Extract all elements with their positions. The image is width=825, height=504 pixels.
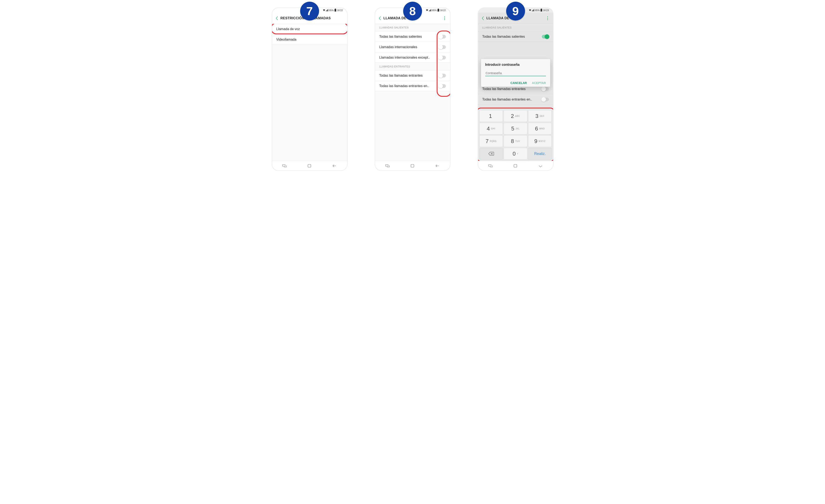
more-icon[interactable] <box>545 16 550 20</box>
video-call-row[interactable]: Videollamada <box>272 34 347 45</box>
row-label: Llamadas internacionales except.. <box>379 56 430 60</box>
key-7[interactable]: 7PQRS <box>479 135 503 147</box>
toggle-in-all[interactable] <box>439 74 446 77</box>
password-input[interactable] <box>485 70 546 76</box>
recents-icon[interactable] <box>282 163 287 168</box>
nav-bar <box>478 161 553 170</box>
signal-icon <box>326 9 328 11</box>
out-all-row[interactable]: Todas las llamadas salientes <box>478 31 553 42</box>
home-icon[interactable] <box>513 163 518 168</box>
row-label: Llamadas internacionales <box>379 45 417 49</box>
toggle-out-intl[interactable] <box>439 45 446 49</box>
key-5[interactable]: 5JKL <box>504 123 527 134</box>
key-9[interactable]: 9WXYZ <box>528 135 552 147</box>
in-roaming-row[interactable]: Todas las llamadas entrantes en.. <box>478 94 553 105</box>
nav-back-icon[interactable] <box>332 163 337 168</box>
row-label: Todas las llamadas salientes <box>482 35 525 39</box>
clock: 18:23 <box>543 9 549 11</box>
row-label: Llamada de voz <box>276 27 300 31</box>
battery-icon <box>334 9 336 11</box>
key-backspace[interactable] <box>479 148 503 159</box>
key-8[interactable]: 8TUV <box>504 135 527 147</box>
phone-step-8: 8 85% 18:22 LLAMADA DE VOZ LLAMADAS SALI… <box>375 8 450 171</box>
svg-rect-2 <box>514 164 517 167</box>
nav-bar <box>272 161 347 170</box>
svg-rect-1 <box>411 164 414 167</box>
password-dialog: Introducir contraseña CANCELAR ACEPTAR <box>481 59 550 87</box>
in-roaming-row[interactable]: Todas las llamadas entrantes en.. <box>375 81 450 91</box>
out-all-row[interactable]: Todas las llamadas salientes <box>375 31 450 42</box>
back-icon[interactable] <box>481 16 484 20</box>
key-4[interactable]: 4GHI <box>479 123 503 134</box>
battery-icon <box>438 9 439 11</box>
screen-body: LLAMADAS SALIENTES Todas las llamadas sa… <box>375 24 450 161</box>
wifi-icon <box>426 9 428 11</box>
wifi-icon <box>529 9 531 11</box>
battery-icon <box>540 9 542 11</box>
screen-body: LLAMADAS SALIENTES Todas las llamadas sa… <box>478 24 553 161</box>
section-outgoing: LLAMADAS SALIENTES <box>375 24 450 31</box>
key-1[interactable]: 1 <box>479 110 503 122</box>
row-label: Todas las llamadas entrantes en.. <box>482 97 532 101</box>
numeric-keypad: 1 2ABC 3DEF 4GHI 5JKL 6MNO 7PQRS 8TUV 9W… <box>478 109 553 161</box>
screen-body: Llamada de voz Videollamada <box>272 24 347 161</box>
toggle-out-all[interactable] <box>542 35 549 39</box>
backspace-icon <box>488 152 494 156</box>
key-6[interactable]: 6MNO <box>528 123 552 134</box>
section-outgoing: LLAMADAS SALIENTES <box>478 24 553 31</box>
row-label: Todas las llamadas salientes <box>379 35 422 39</box>
dialog-title: Introducir contraseña <box>485 63 546 67</box>
phone-step-7: 7 85% 18:22 RESTRICCIÓN DE LLAMADAS Llam… <box>272 8 348 171</box>
recents-icon[interactable] <box>488 163 493 168</box>
nav-bar <box>375 161 450 170</box>
nav-back-icon[interactable] <box>435 163 440 168</box>
toggle-in-roaming[interactable] <box>439 84 446 88</box>
recents-icon[interactable] <box>385 163 390 168</box>
key-2[interactable]: 2ABC <box>504 110 527 122</box>
out-intl-except-row[interactable]: Llamadas internacionales except.. <box>375 52 450 63</box>
step-badge-8: 8 <box>403 2 422 20</box>
toggle-out-intl-except[interactable] <box>439 56 446 60</box>
signal-icon <box>532 9 534 11</box>
more-icon[interactable] <box>443 16 447 20</box>
clock: 18:22 <box>440 9 446 11</box>
toggle-in-roaming[interactable] <box>542 97 549 101</box>
battery-percent: 85% <box>535 9 540 11</box>
keyboard-down-icon[interactable] <box>538 163 543 168</box>
row-label: Todas las llamadas entrantes <box>379 74 423 77</box>
battery-percent: 85% <box>329 9 334 11</box>
key-0[interactable]: 0+ <box>504 148 527 159</box>
phone-step-9: 9 85% 18:23 LLAMADA DE VOZ LLAMADAS SALI… <box>478 8 553 171</box>
back-icon[interactable] <box>378 16 381 20</box>
wifi-icon <box>323 9 325 11</box>
step-badge-9: 9 <box>506 2 525 20</box>
back-icon[interactable] <box>276 16 278 20</box>
home-icon[interactable] <box>410 163 415 168</box>
key-3[interactable]: 3DEF <box>528 110 552 122</box>
accept-button[interactable]: ACEPTAR <box>532 81 546 85</box>
toggle-in-all[interactable] <box>542 87 549 91</box>
out-intl-row[interactable]: Llamadas internacionales <box>375 42 450 52</box>
toggle-out-all[interactable] <box>439 35 446 39</box>
section-incoming: LLAMADAS ENTRANTES <box>375 63 450 70</box>
in-all-row[interactable]: Todas las llamadas entrantes <box>375 70 450 81</box>
signal-icon <box>429 9 432 11</box>
voice-call-row[interactable]: Llamada de voz <box>272 24 347 34</box>
row-label: Todas las llamadas entrantes en.. <box>379 84 429 88</box>
step-badge-7: 7 <box>300 2 319 20</box>
svg-rect-0 <box>308 164 311 167</box>
home-icon[interactable] <box>307 163 312 168</box>
battery-percent: 85% <box>432 9 437 11</box>
row-label: Videollamada <box>276 38 297 42</box>
row-label: Todas las llamadas entrantes <box>482 87 526 91</box>
cancel-button[interactable]: CANCELAR <box>510 81 527 85</box>
clock: 18:22 <box>337 9 343 11</box>
key-done[interactable]: Realiz. <box>528 148 552 159</box>
